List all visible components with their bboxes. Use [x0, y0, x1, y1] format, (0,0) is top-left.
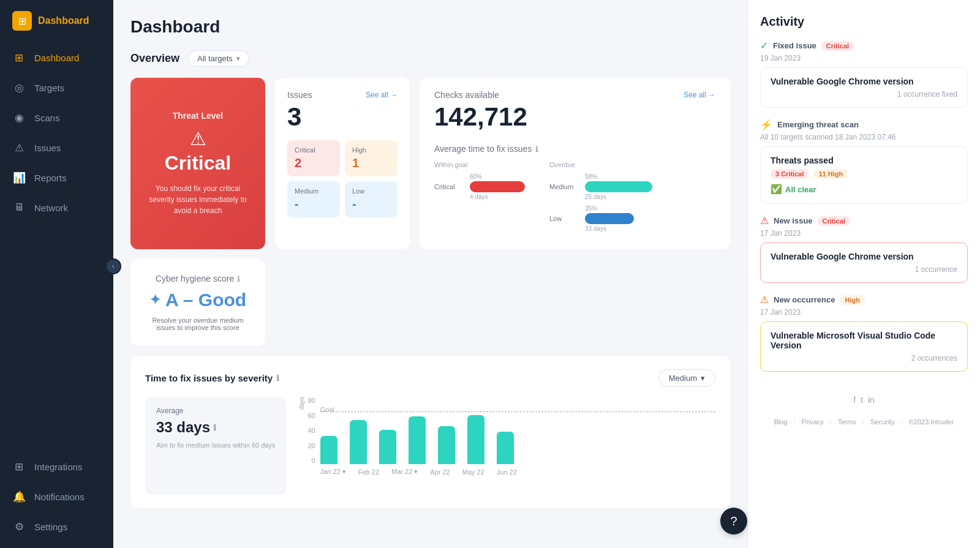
- activity-item-new-occur: ⚠ New occurrence High 17 Jan 2023 Vulner…: [760, 294, 968, 372]
- sidebar-item-label: Reports: [34, 173, 67, 183]
- low-value: -: [352, 197, 390, 211]
- issues-see-all-link[interactable]: See all →: [366, 91, 398, 99]
- new-issue-card-sub: 1 occurrence: [771, 265, 957, 274]
- facebook-icon[interactable]: f: [853, 395, 856, 405]
- low-bar-label: Low: [549, 215, 580, 222]
- hygiene-info-icon: ℹ: [237, 274, 240, 283]
- chat-button[interactable]: ?: [720, 508, 747, 535]
- activity-title: Activity: [760, 15, 968, 29]
- y-axis: 80 60 40 20 0: [307, 397, 315, 464]
- sidebar: ⊞ Dashboard ⊞Dashboard◎Targets◉Scans⚠Iss…: [0, 0, 113, 548]
- footer-social: f t in: [760, 395, 968, 405]
- x-label-jun: Jun 22: [497, 468, 517, 476]
- terms-link[interactable]: Terms: [838, 418, 856, 426]
- threat-icon: ⚠: [190, 128, 206, 149]
- y-axis-label: days: [298, 397, 305, 410]
- sidebar-item-integrations[interactable]: ⊞ Integrations: [0, 452, 113, 482]
- page-title: Dashboard: [130, 17, 730, 37]
- blog-link[interactable]: Blog: [774, 418, 788, 426]
- hygiene-card: Cyber hygiene score ℹ ✦ A – Good Resolve…: [130, 259, 265, 346]
- hygiene-description: Resolve your overdue medium issues to im…: [145, 317, 251, 331]
- sidebar-collapse-button[interactable]: ‹: [105, 258, 121, 274]
- footer-links: Blog · Privacy · Terms · Security · ©202…: [760, 410, 968, 429]
- issues-icon: ⚠: [12, 141, 26, 154]
- sidebar-item-label: Issues: [34, 143, 61, 153]
- sidebar-item-label: Network: [34, 203, 68, 213]
- severity-dropdown-label: Medium: [669, 373, 697, 383]
- dropdown-label: All targets: [197, 54, 233, 63]
- sidebar-item-notifications[interactable]: 🔔 Notifications: [0, 482, 113, 512]
- sidebar-item-reports[interactable]: 📊Reports: [0, 163, 113, 193]
- bar-mar: [379, 430, 396, 464]
- high-label: High: [352, 146, 390, 154]
- security-link[interactable]: Security: [870, 418, 895, 426]
- time-to-fix-card: Time to fix issues by severity ℹ Medium …: [130, 356, 730, 508]
- threat-level-value: Critical: [165, 152, 231, 175]
- sidebar-item-network[interactable]: 🖥Network: [0, 193, 113, 222]
- critical-bar-label: Critical: [434, 183, 465, 190]
- chevron-down-icon: ▾: [236, 54, 240, 62]
- ttf-title: Time to fix issues by severity ℹ: [145, 373, 279, 383]
- sidebar-item-dashboard[interactable]: ⊞Dashboard: [0, 43, 113, 73]
- new-occur-card-title: Vulnerable Microsoft Visual Studio Code …: [771, 331, 957, 350]
- copyright: ©2023 Intruder: [909, 418, 954, 426]
- critical-label: Critical: [295, 146, 333, 154]
- all-clear-icon: ✅: [771, 184, 782, 195]
- ttf-label: Time to fix issues by severity: [145, 373, 273, 383]
- bar-jun: [467, 415, 484, 464]
- fixed-issue-card-title: Vulnerable Google Chrome version: [771, 77, 957, 86]
- logo-text: Dashboard: [38, 15, 89, 26]
- bottom-row: Time to fix issues by severity ℹ Medium …: [130, 356, 730, 508]
- sidebar-item-settings[interactable]: ⚙ Settings: [0, 512, 113, 542]
- hygiene-score-value: A – Good: [165, 290, 246, 310]
- privacy-link[interactable]: Privacy: [802, 418, 824, 426]
- sidebar-item-label: Integrations: [34, 462, 82, 472]
- low-badge: Low -: [345, 181, 398, 217]
- bar-feb: [350, 420, 367, 464]
- check-icon: ✓: [760, 40, 768, 51]
- critical-badge-scan: 3 Critical: [771, 169, 809, 179]
- critical-badge: Critical 2: [287, 140, 340, 176]
- sidebar-item-label: Notifications: [34, 492, 85, 502]
- activity-item-new-issue: ⚠ New issue Critical 17 Jan 2023 Vulnera…: [760, 215, 968, 283]
- linkedin-icon[interactable]: in: [868, 395, 875, 405]
- checks-see-all-link[interactable]: See all →: [684, 91, 715, 99]
- bar-chart-area: days 80 60 40 20 0 Goal: [298, 397, 715, 495]
- activity-item-header-4: ⚠ New occurrence High: [760, 294, 968, 306]
- medium-value: -: [295, 197, 333, 211]
- issues-card: Issues See all → 3 Critical 2 High 1 Med…: [275, 78, 410, 249]
- sidebar-item-targets[interactable]: ◎Targets: [0, 73, 113, 103]
- ttf-info-icon: ℹ: [276, 373, 279, 383]
- overview-header: Overview All targets ▾: [130, 50, 730, 67]
- targets-dropdown[interactable]: All targets ▾: [188, 50, 249, 67]
- new-issue-card-title: Vulnerable Google Chrome version: [771, 252, 957, 261]
- reports-icon: 📊: [12, 171, 26, 184]
- issues-grid: Critical 2 High 1 Medium - Low -: [287, 140, 398, 217]
- x-label-apr: Apr 22: [430, 468, 450, 476]
- scan-card: Threats passed 3 Critical 11 High ✅ All …: [760, 146, 968, 204]
- medium-bar-row: Medium 58% 25 days: [549, 173, 652, 200]
- high-value: 1: [352, 156, 390, 170]
- sidebar-item-scans[interactable]: ◉Scans: [0, 103, 113, 133]
- twitter-icon[interactable]: t: [861, 395, 863, 405]
- new-occur-card: Vulnerable Microsoft Visual Studio Code …: [760, 321, 968, 372]
- sidebar-item-label: Targets: [34, 83, 64, 93]
- x-label-may: May 22: [462, 468, 484, 476]
- bolt-icon: ⚡: [760, 119, 772, 130]
- severity-dropdown[interactable]: Medium ▾: [658, 369, 715, 387]
- bar-jan: [320, 436, 337, 464]
- x-label-jan: Jan 22 ▾: [320, 468, 346, 476]
- all-clear-label: All clear: [785, 185, 816, 194]
- new-occur-label: New occurrence: [774, 295, 835, 304]
- spacer: [275, 259, 730, 346]
- scans-icon: ◉: [12, 111, 26, 124]
- hygiene-score: ✦ A – Good: [149, 290, 246, 310]
- issues-title: Issues: [287, 90, 312, 100]
- high-badge-scan: 11 High: [813, 169, 848, 179]
- checks-value: 142,712: [434, 102, 715, 132]
- overdue-header: Overdue: [549, 161, 652, 168]
- avg-stat-value: 33 days ℹ: [156, 419, 275, 436]
- sidebar-item-issues[interactable]: ⚠Issues: [0, 133, 113, 163]
- threat-description: You should fix your critical severity is…: [145, 183, 251, 216]
- activity-item-header-3: ⚠ New issue Critical: [760, 215, 968, 227]
